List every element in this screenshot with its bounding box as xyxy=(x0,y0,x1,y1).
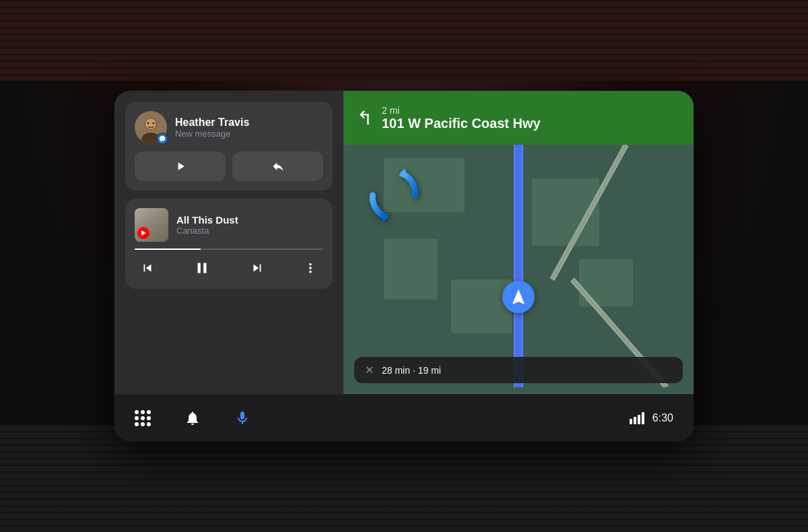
grid-dot-6 xyxy=(147,416,151,420)
arrow-circle xyxy=(502,281,535,313)
svg-rect-9 xyxy=(384,239,438,300)
bottom-nav xyxy=(135,410,250,426)
eta-distance: 19 mi xyxy=(418,365,441,376)
signal-icon xyxy=(630,412,644,424)
eta-time: 28 min xyxy=(382,365,410,376)
grid-dot-8 xyxy=(141,422,145,426)
next-button[interactable] xyxy=(247,258,267,278)
android-auto-screen: Heather Travis New message xyxy=(114,91,694,441)
notification-bell-icon[interactable] xyxy=(184,410,201,426)
message-card[interactable]: Heather Travis New message xyxy=(125,102,333,191)
sync-arrows-icon xyxy=(364,165,424,226)
signal-bar-1 xyxy=(630,419,632,424)
nav-street: 101 W Pacific Coast Hwy xyxy=(382,116,541,131)
svg-point-5 xyxy=(153,123,155,125)
location-arrow xyxy=(502,281,535,313)
progress-bar[interactable] xyxy=(135,248,323,250)
prev-button[interactable] xyxy=(137,258,158,278)
grid-dot-5 xyxy=(141,416,145,420)
left-panel: Heather Travis New message xyxy=(114,91,343,394)
message-subtitle: New message xyxy=(175,129,249,139)
artist-name: Canasta xyxy=(176,226,323,236)
grid-dot-1 xyxy=(135,410,139,414)
eta-close-button[interactable]: ✕ xyxy=(365,364,374,376)
play-button[interactable] xyxy=(135,152,226,181)
song-title: All This Dust xyxy=(176,214,323,226)
microphone-icon[interactable] xyxy=(234,410,250,426)
nav-direction-icon: ↰ xyxy=(357,107,372,129)
messenger-badge xyxy=(156,133,168,145)
bottom-bar: 6:30 xyxy=(114,394,694,441)
nav-info: 2 mi 101 W Pacific Coast Hwy xyxy=(382,105,541,131)
pause-button[interactable] xyxy=(191,257,213,279)
eta-text: 28 min · 19 mi xyxy=(382,365,441,376)
music-header: All This Dust Canasta xyxy=(135,208,323,242)
signal-bar-2 xyxy=(634,417,636,424)
svg-marker-19 xyxy=(380,213,389,223)
nav-distance: 2 mi xyxy=(382,105,541,116)
svg-point-4 xyxy=(147,123,149,125)
grid-dot-4 xyxy=(135,416,139,420)
svg-marker-18 xyxy=(399,168,407,178)
music-info: All This Dust Canasta xyxy=(176,214,323,236)
eta-separator: · xyxy=(413,365,418,376)
grid-dot-9 xyxy=(147,422,151,426)
youtube-badge xyxy=(137,227,149,239)
sync-overlay xyxy=(364,165,424,226)
bottom-right: 6:30 xyxy=(630,412,673,424)
grid-dot-7 xyxy=(135,422,139,426)
music-controls xyxy=(135,257,323,279)
eta-bar: ✕ 28 min · 19 mi xyxy=(354,357,683,383)
message-actions xyxy=(135,152,323,181)
message-header: Heather Travis New message xyxy=(135,111,323,143)
more-button[interactable] xyxy=(300,258,321,278)
vent-top xyxy=(0,0,808,81)
signal-bar-3 xyxy=(638,415,640,424)
screen-content: Heather Travis New message xyxy=(114,91,694,394)
signal-bar-4 xyxy=(642,412,644,424)
message-text: Heather Travis New message xyxy=(175,117,249,139)
reply-button[interactable] xyxy=(232,152,323,181)
sender-name: Heather Travis xyxy=(175,117,249,129)
music-card[interactable]: All This Dust Canasta xyxy=(125,199,333,289)
album-art xyxy=(135,208,168,242)
grid-dots xyxy=(135,410,151,426)
grid-icon[interactable] xyxy=(135,410,151,426)
nav-header: ↰ 2 mi 101 W Pacific Coast Hwy xyxy=(343,91,694,145)
avatar xyxy=(135,111,167,143)
progress-fill xyxy=(135,248,201,250)
grid-dot-3 xyxy=(147,410,151,414)
grid-dot-2 xyxy=(141,410,145,414)
map-panel[interactable]: ↰ 2 mi 101 W Pacific Coast Hwy ✕ 28 min … xyxy=(343,91,694,394)
clock: 6:30 xyxy=(652,412,673,424)
